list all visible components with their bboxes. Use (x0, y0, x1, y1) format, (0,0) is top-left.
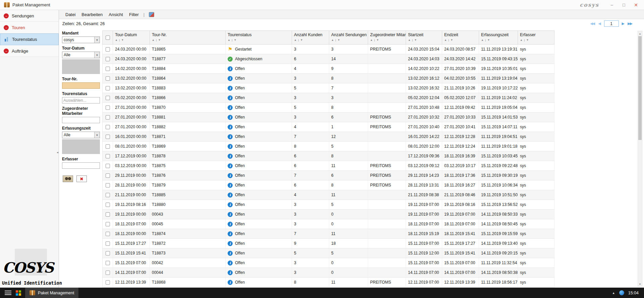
chevron-down-icon[interactable]: ▼ (94, 132, 100, 138)
chevron-down-icon[interactable]: ▼ (94, 37, 100, 43)
row-checkbox[interactable] (106, 241, 110, 246)
row-checkbox[interactable] (106, 154, 110, 158)
table-row[interactable]: 27.01.2020 00:00 T18881 i Offen 3 6 PREI… (103, 113, 554, 122)
next-page-button[interactable]: ▶ (622, 21, 625, 26)
sidebar-item-tourenstatus[interactable]: Tourenstatus (0, 33, 59, 45)
row-checkbox[interactable] (106, 144, 110, 149)
table-row[interactable]: 21.11.2019 00:00 T18885 i Offen 4 11 21.… (103, 190, 554, 200)
table-row[interactable]: 08.01.2020 00:00 T18869 i Offen 8 5 08.0… (103, 142, 554, 151)
table-row[interactable]: 17.12.2019 00:00 T18878 i Offen 6 8 17.1… (103, 151, 554, 161)
vertical-scrollbar[interactable]: ▲ ▼ (638, 31, 642, 287)
table-row[interactable]: 15.11.2019 17:27 T18872 i Offen 9 18 15.… (103, 239, 554, 248)
row-checkbox[interactable] (106, 173, 110, 178)
row-checkbox[interactable] (106, 222, 110, 226)
table-row[interactable]: 19.11.2019 00:00 00043 i Offen 3 0 19.11… (103, 210, 554, 219)
scroll-down-icon[interactable]: ▼ (638, 282, 642, 286)
sort-icons[interactable]: ▲ | ▼ (113, 37, 150, 42)
last-page-button[interactable]: ▶▶ (628, 21, 633, 26)
minimize-button[interactable]: – (606, 1, 617, 9)
table-row[interactable]: 16.01.2020 00:00 T18871 i Offen 7 12 16.… (103, 132, 554, 142)
row-checkbox[interactable] (106, 57, 110, 61)
menu-ansicht[interactable]: Ansicht (106, 11, 126, 18)
row-checkbox[interactable] (106, 164, 110, 168)
start-icon[interactable] (16, 290, 21, 296)
table-row[interactable]: 24.03.2020 00:00 T18865 ⚑ Gestartet 3 3 … (103, 45, 554, 54)
table-row[interactable]: 15.11.2019 15:41 T18873 i Offen 5 5 15.1… (103, 248, 554, 258)
clear-filter-button[interactable]: ✖ (76, 175, 87, 182)
table-row[interactable]: 14.02.2020 00:00 T18884 i Offen 4 9 14.0… (103, 64, 554, 74)
row-checkbox[interactable] (106, 232, 110, 236)
erfassungszeit-select[interactable]: Alle ▼ (62, 132, 100, 138)
select-all-checkbox[interactable] (106, 35, 110, 40)
tourenstatus-input[interactable] (62, 97, 100, 103)
row-checkbox[interactable] (106, 115, 110, 120)
table-row[interactable]: 12.11.2019 13:39 T18868 i Offen 8 11 PRE… (103, 278, 554, 287)
menubar-report-icon[interactable] (149, 12, 154, 17)
search-button[interactable] (63, 175, 73, 182)
row-checkbox[interactable] (106, 135, 110, 139)
table-row[interactable]: 27.01.2020 00:00 T18882 i Offen 4 1 PREI… (103, 122, 554, 132)
tray-chevron-icon[interactable]: ▲ (612, 291, 615, 295)
col-header-zugeordneter-mitarbeiter[interactable]: Zugeordneter Mitarbeiter ▲ | ▼ (368, 31, 406, 45)
sidebar-item-touren[interactable]: → Touren (0, 22, 59, 33)
col-header-tour-datum[interactable]: Tour-Datum ▲ | ▼ (113, 31, 150, 45)
table-row[interactable]: 18.11.2019 00:00 T18874 i Offen 7 11 18.… (103, 229, 554, 239)
row-checkbox[interactable] (106, 203, 110, 207)
page-number-input[interactable]: 1 (604, 20, 619, 27)
sort-icons[interactable]: ▲ | ▼ (442, 37, 479, 42)
hamburger-menu-icon[interactable] (5, 291, 11, 295)
table-row[interactable]: 29.11.2019 00:00 T18876 i Offen 7 6 PREI… (103, 171, 554, 180)
col-header-anzahl-kunden[interactable]: Anzahl Kunden ▲ | ▼ (292, 31, 329, 45)
col-header-endzeit[interactable]: Endzeit ▲ | ▼ (442, 31, 479, 45)
row-checkbox[interactable] (106, 251, 110, 255)
sort-icons[interactable]: ▲ | ▼ (479, 37, 518, 42)
menu-filter[interactable]: Filter (126, 11, 142, 18)
row-checkbox[interactable] (106, 183, 110, 188)
sort-icons[interactable]: ▲ | ▼ (226, 37, 292, 42)
menu-bearbeiten[interactable]: Bearbeiten (78, 11, 106, 18)
col-header-erfasser[interactable]: Erfasser ▲ | ▼ (518, 31, 554, 45)
maximize-button[interactable]: □ (619, 1, 629, 9)
table-row[interactable]: 03.12.2019 00:00 T18875 i Offen 6 11 PRE… (103, 161, 554, 171)
scroll-up-icon[interactable]: ▲ (638, 31, 642, 36)
mitarbeiter-input[interactable] (62, 117, 100, 123)
row-checkbox[interactable] (106, 125, 110, 129)
table-row[interactable]: 27.01.2020 00:00 T18870 i Offen 5 8 27.0… (103, 103, 554, 113)
sort-icons[interactable]: ▲ | ▼ (150, 37, 225, 42)
erfasser-input[interactable] (62, 162, 100, 169)
first-page-button[interactable]: ◀◀ (590, 21, 595, 26)
sort-icons[interactable]: ▲ | ▼ (329, 37, 368, 42)
row-checkbox[interactable] (106, 261, 110, 265)
tour-datum-select[interactable]: Alle ▼ (62, 52, 100, 58)
menu-datei[interactable]: Datei (62, 11, 78, 18)
table-row[interactable]: 24.03.2020 00:00 T18877 ✓ Abgeschlossen … (103, 54, 554, 64)
sidebar-item-auftraege[interactable]: → Aufträge (0, 45, 59, 57)
row-checkbox[interactable] (106, 105, 110, 110)
row-checkbox[interactable] (106, 86, 110, 90)
panel-collapse-handle[interactable]: ◄ (56, 147, 59, 157)
sort-icons[interactable]: ▲ | ▼ (368, 37, 406, 42)
table-row[interactable]: 28.11.2019 00:00 T18879 i Offen 6 8 PREI… (103, 180, 554, 190)
row-checkbox[interactable] (106, 280, 110, 285)
sidebar-item-sendungen[interactable]: → Sendungen (0, 10, 59, 22)
col-header-startzeit[interactable]: Startzeit ▲ | ▼ (406, 31, 442, 45)
row-checkbox[interactable] (106, 47, 110, 52)
row-checkbox[interactable] (106, 193, 110, 197)
row-checkbox[interactable] (106, 212, 110, 217)
col-header-tourenstatus[interactable]: Tourenstatus ▲ | ▼ (226, 31, 292, 45)
prev-page-button[interactable]: ◀ (598, 21, 601, 26)
tray-network-icon[interactable] (619, 290, 624, 295)
sort-icons[interactable]: ▲ | ▼ (406, 37, 442, 42)
sort-icons[interactable]: ▲ | ▼ (292, 37, 329, 42)
row-checkbox[interactable] (106, 76, 110, 81)
table-row[interactable]: 18.11.2019 07:00 00045 i Offen 3 0 18.11… (103, 219, 554, 229)
table-row[interactable]: 05.02.2020 00:00 T18866 i Offen 3 3 05.0… (103, 93, 554, 103)
table-row[interactable]: 19.11.2019 08:16 T18880 i Offen 3 5 19.1… (103, 200, 554, 210)
scrollbar-thumb[interactable] (638, 36, 642, 140)
col-header-anzahl-sendungen[interactable]: Anzahl Sendungen ▲ | ▼ (329, 31, 368, 45)
table-row[interactable]: 14.11.2019 07:00 00044 i Offen 3 0 14.11… (103, 268, 554, 278)
sort-icons[interactable]: ▲ | ▼ (518, 37, 554, 42)
row-checkbox[interactable] (106, 67, 110, 71)
col-header-erfassungszeit[interactable]: Erfassungszeit ▲ | ▼ (479, 31, 518, 45)
col-header-tour-nr[interactable]: Tour-Nr. ▲ | ▼ (150, 31, 226, 45)
